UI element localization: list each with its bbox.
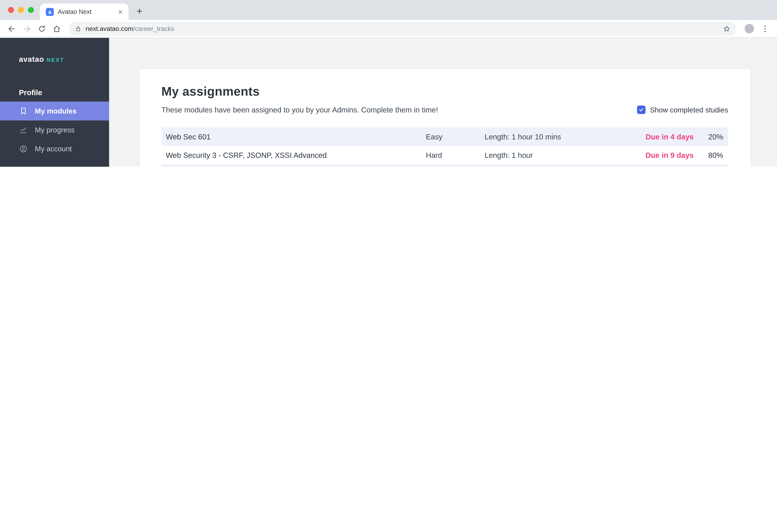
assignments-table: Web Sec 601 Easy Length: 1 hour 10 mins … [161, 127, 728, 167]
browser-tab[interactable]: a Avatao Next × [40, 3, 128, 20]
profile-avatar[interactable] [745, 24, 754, 33]
new-tab-button[interactable]: + [132, 4, 146, 18]
module-due: Due in 9 days [646, 151, 700, 159]
module-name: Web Security 3 - CSRF, JSONP, XSSI Advan… [166, 151, 426, 159]
tab-close-icon[interactable]: × [116, 7, 125, 16]
sidebar-item-my-progress[interactable]: My progress [0, 121, 109, 139]
module-length: Length: 1 hour 10 mins [484, 132, 646, 141]
tab-favicon-icon: a [46, 8, 54, 16]
sidebar-item-my-account[interactable]: My account [0, 139, 109, 158]
home-icon[interactable] [50, 22, 64, 35]
assignments-subtitle: These modules have been assigned to you … [161, 106, 438, 114]
my-assignments-card: My assignments These modules have been a… [139, 69, 751, 167]
sidebar-item-label: My account [35, 145, 72, 153]
logo-brand: avatao [19, 55, 44, 63]
address-bar[interactable]: next.avatao.com/career_tracks [69, 22, 737, 35]
url-text: next.avatao.com/career_tracks [86, 25, 718, 32]
line-chart-icon [19, 125, 28, 134]
table-row[interactable]: Web Security 3 - CSRF, JSONP, XSSI Advan… [161, 146, 728, 164]
main-content: My assignments These modules have been a… [109, 38, 777, 167]
sidebar-item-my-modules[interactable]: My modules [0, 102, 109, 120]
table-row[interactable]: Web Security 2 - CSRF, JSONP, XSSI Begin… [161, 164, 728, 167]
url-path: /career_tracks [133, 25, 174, 32]
maximize-window-button[interactable] [28, 7, 34, 13]
module-progress: 80% [700, 151, 723, 159]
module-name: Web Sec 601 [166, 132, 426, 141]
sidebar-section-profile: Profile [0, 77, 109, 102]
sidebar-item-label: My progress [35, 126, 75, 134]
bookmark-icon [19, 107, 28, 115]
module-difficulty: Easy [426, 132, 484, 141]
logo-suffix: NEXT [47, 57, 64, 63]
module-due: Due in 4 days [646, 132, 700, 141]
sidebar: avataoNEXT Profile My modules My progres… [0, 38, 109, 167]
sidebar-section-library: Library [0, 158, 109, 167]
checkbox-checked-icon[interactable] [637, 106, 645, 114]
url-host: next.avatao.com [86, 25, 133, 32]
reload-icon[interactable] [35, 22, 49, 35]
sidebar-item-label: My modules [35, 107, 77, 115]
bookmark-star-icon[interactable] [723, 25, 731, 33]
close-window-button[interactable] [8, 7, 14, 13]
module-length: Length: 1 hour [484, 151, 646, 159]
user-circle-icon [19, 144, 28, 153]
window-controls [8, 7, 34, 13]
show-completed-label: Show completed studies [650, 106, 728, 114]
browser-toolbar: next.avatao.com/career_tracks [0, 20, 777, 38]
minimize-window-button[interactable] [18, 7, 24, 13]
assignments-title: My assignments [161, 84, 728, 99]
module-difficulty: Hard [426, 151, 484, 159]
module-progress: 20% [700, 132, 723, 141]
browser-menu-icon[interactable] [758, 22, 772, 35]
padlock-icon [75, 25, 82, 32]
browser-window: a Avatao Next × + next.avatao.com/career… [0, 0, 777, 167]
forward-icon[interactable] [20, 22, 34, 35]
show-completed-toggle[interactable]: Show completed studies [637, 106, 728, 114]
table-row[interactable]: Web Sec 601 Easy Length: 1 hour 10 mins … [161, 127, 728, 146]
browser-tab-strip: a Avatao Next × + [0, 0, 777, 20]
avatao-logo[interactable]: avataoNEXT [0, 38, 109, 77]
back-icon[interactable] [5, 22, 19, 35]
tab-title: Avatao Next [58, 8, 116, 15]
